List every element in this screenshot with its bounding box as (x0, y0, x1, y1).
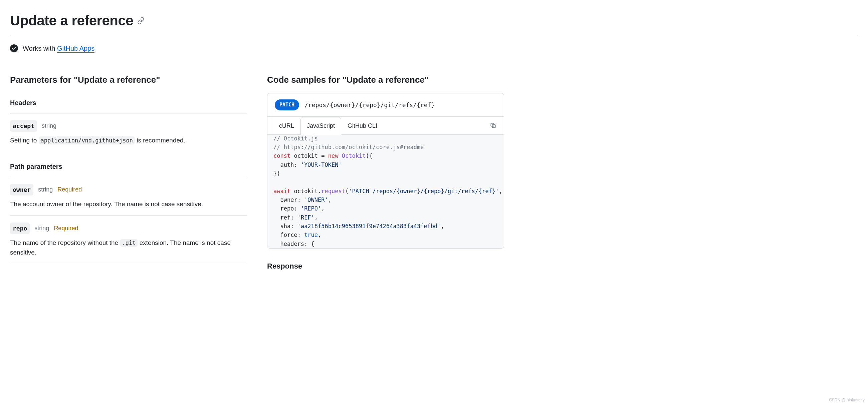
page-title: Update a reference (10, 10, 133, 31)
param-name: repo (10, 223, 30, 234)
param-name: owner (10, 184, 33, 196)
copy-icon[interactable] (488, 120, 498, 131)
param-description: The name of the repository without the .… (10, 238, 247, 257)
param-type: string (42, 122, 56, 130)
tab-github-cli[interactable]: GitHub CLI (341, 117, 383, 135)
path-params-heading: Path parameters (10, 162, 247, 171)
code-samples-heading: Code samples for "Update a reference" (267, 73, 504, 87)
endpoint-path: /repos/{owner}/{repo}/git/refs/{ref} (305, 100, 435, 109)
param-type: string (34, 224, 49, 233)
tab-javascript[interactable]: JavaScript (301, 117, 341, 135)
anchor-link-icon[interactable] (137, 17, 145, 24)
param-description: Setting to application/vnd.github+json i… (10, 136, 247, 145)
parameters-heading: Parameters for "Update a reference" (10, 73, 247, 87)
param-owner: owner string Required The account owner … (10, 177, 247, 216)
param-required-badge: Required (54, 224, 78, 233)
check-circle-icon (10, 44, 18, 53)
github-apps-link[interactable]: GitHub Apps (57, 45, 94, 53)
param-repo: repo string Required The name of the rep… (10, 215, 247, 264)
code-sample-body[interactable]: // Octokit.js // https://github.com/octo… (268, 135, 504, 248)
param-description: The account owner of the repository. The… (10, 200, 247, 209)
works-with-text: Works with GitHub Apps (23, 43, 94, 54)
http-method-badge: PATCH (275, 99, 299, 110)
tab-curl[interactable]: cURL (273, 117, 301, 135)
code-sample-card: PATCH /repos/{owner}/{repo}/git/refs/{re… (267, 93, 504, 248)
param-type: string (38, 185, 53, 194)
param-accept: accept string Setting to application/vnd… (10, 113, 247, 152)
param-name: accept (10, 120, 37, 132)
param-next (10, 264, 247, 266)
headers-heading: Headers (10, 98, 247, 108)
response-heading: Response (267, 261, 504, 272)
param-required-badge: Required (57, 185, 82, 194)
